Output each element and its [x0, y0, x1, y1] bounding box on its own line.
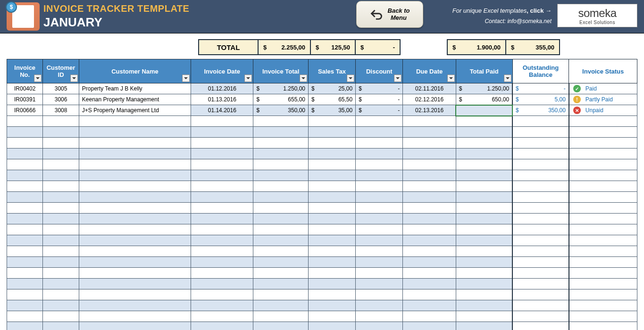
cell-empty[interactable]: [512, 170, 569, 181]
cell-empty[interactable]: [191, 311, 253, 322]
cell-invoice-no[interactable]: IR00666: [7, 105, 43, 116]
cell-sales-tax[interactable]: $65,50: [309, 94, 356, 105]
cell-empty[interactable]: [403, 127, 456, 138]
cell-empty[interactable]: [456, 192, 512, 203]
cell-empty[interactable]: [7, 138, 43, 148]
cell-empty[interactable]: [456, 116, 512, 127]
cell-empty[interactable]: [43, 224, 79, 235]
cell-empty[interactable]: [309, 127, 356, 138]
cell-empty[interactable]: [7, 268, 43, 279]
cell-invoice-date[interactable]: 01.13.2016: [191, 94, 253, 105]
cell-empty[interactable]: [253, 138, 309, 148]
cell-empty[interactable]: [253, 181, 309, 192]
cell-empty[interactable]: [79, 159, 191, 170]
cell-empty[interactable]: [79, 268, 191, 279]
cell-empty[interactable]: [309, 268, 356, 279]
cell-empty[interactable]: [456, 246, 512, 257]
cell-empty[interactable]: [43, 116, 79, 127]
cell-empty[interactable]: [356, 224, 403, 235]
cell-empty[interactable]: [569, 170, 637, 181]
table-row[interactable]: IR003913006Keenan Property Management01.…: [7, 94, 637, 105]
cell-empty[interactable]: [403, 148, 456, 159]
cell-empty[interactable]: [191, 159, 253, 170]
cell-empty[interactable]: [309, 159, 356, 170]
cell-empty[interactable]: [43, 279, 79, 289]
cell-empty[interactable]: [253, 192, 309, 203]
cell-empty[interactable]: [456, 235, 512, 246]
cell-empty[interactable]: [456, 170, 512, 181]
table-row[interactable]: [7, 170, 637, 181]
cell-empty[interactable]: [403, 235, 456, 246]
cell-invoice-no[interactable]: IR00402: [7, 83, 43, 94]
cell-empty[interactable]: [569, 268, 637, 279]
cell-empty[interactable]: [79, 214, 191, 224]
cell-empty[interactable]: [569, 257, 637, 268]
cell-empty[interactable]: [253, 116, 309, 127]
cell-invoice-no[interactable]: IR00391: [7, 94, 43, 105]
cell-empty[interactable]: [43, 311, 79, 322]
table-row[interactable]: [7, 148, 637, 159]
cell-empty[interactable]: [512, 214, 569, 224]
cell-empty[interactable]: [79, 300, 191, 311]
cell-empty[interactable]: [569, 127, 637, 138]
cell-empty[interactable]: [512, 279, 569, 289]
cell-empty[interactable]: [7, 127, 43, 138]
cell-empty[interactable]: [512, 257, 569, 268]
cell-empty[interactable]: [79, 170, 191, 181]
cell-empty[interactable]: [403, 181, 456, 192]
table-row[interactable]: [7, 322, 637, 330]
cell-invoice-total[interactable]: $1.250,00: [253, 83, 309, 94]
cell-empty[interactable]: [569, 311, 637, 322]
cell-empty[interactable]: [309, 170, 356, 181]
cell-empty[interactable]: [356, 279, 403, 289]
cell-empty[interactable]: [456, 138, 512, 148]
cell-empty[interactable]: [43, 322, 79, 330]
cell-empty[interactable]: [253, 279, 309, 289]
cell-empty[interactable]: [403, 159, 456, 170]
cell-empty[interactable]: [191, 235, 253, 246]
cell-empty[interactable]: [456, 203, 512, 214]
filter-dropdown-icon[interactable]: [394, 74, 401, 82]
cell-invoice-total[interactable]: $655,00: [253, 94, 309, 105]
table-row[interactable]: [7, 246, 637, 257]
cell-empty[interactable]: [356, 246, 403, 257]
cell-empty[interactable]: [43, 214, 79, 224]
cell-empty[interactable]: [512, 311, 569, 322]
cell-empty[interactable]: [512, 235, 569, 246]
cell-empty[interactable]: [79, 127, 191, 138]
cell-empty[interactable]: [403, 192, 456, 203]
cell-empty[interactable]: [253, 311, 309, 322]
cell-empty[interactable]: [253, 257, 309, 268]
cell-empty[interactable]: [403, 170, 456, 181]
col-header-invoice-total[interactable]: Invoice Total: [253, 59, 309, 83]
table-row[interactable]: [7, 116, 637, 127]
cell-empty[interactable]: [403, 279, 456, 289]
cell-empty[interactable]: [309, 246, 356, 257]
cell-empty[interactable]: [569, 300, 637, 311]
cell-empty[interactable]: [7, 322, 43, 330]
cell-empty[interactable]: [456, 159, 512, 170]
cell-empty[interactable]: [569, 289, 637, 300]
cell-empty[interactable]: [43, 235, 79, 246]
cell-empty[interactable]: [356, 116, 403, 127]
cell-empty[interactable]: [191, 192, 253, 203]
cell-empty[interactable]: [7, 116, 43, 127]
cell-empty[interactable]: [456, 214, 512, 224]
cell-empty[interactable]: [403, 322, 456, 330]
cell-empty[interactable]: [7, 192, 43, 203]
cell-empty[interactable]: [79, 257, 191, 268]
col-header-sales-tax[interactable]: Sales Tax: [309, 59, 356, 83]
cell-total-paid[interactable]: $1.250,00: [456, 83, 512, 94]
cell-empty[interactable]: [356, 289, 403, 300]
cell-empty[interactable]: [456, 311, 512, 322]
cell-invoice-total[interactable]: $350,00: [253, 105, 309, 116]
table-row[interactable]: [7, 214, 637, 224]
col-header-due-date[interactable]: Due Date: [403, 59, 456, 83]
cell-customer-name[interactable]: J+S Property Management Ltd: [79, 105, 191, 116]
cell-empty[interactable]: [191, 203, 253, 214]
cell-empty[interactable]: [79, 224, 191, 235]
cell-empty[interactable]: [512, 159, 569, 170]
cell-customer-name[interactable]: Keenan Property Management: [79, 94, 191, 105]
cell-empty[interactable]: [7, 289, 43, 300]
cell-invoice-date[interactable]: 01.14.2016: [191, 105, 253, 116]
